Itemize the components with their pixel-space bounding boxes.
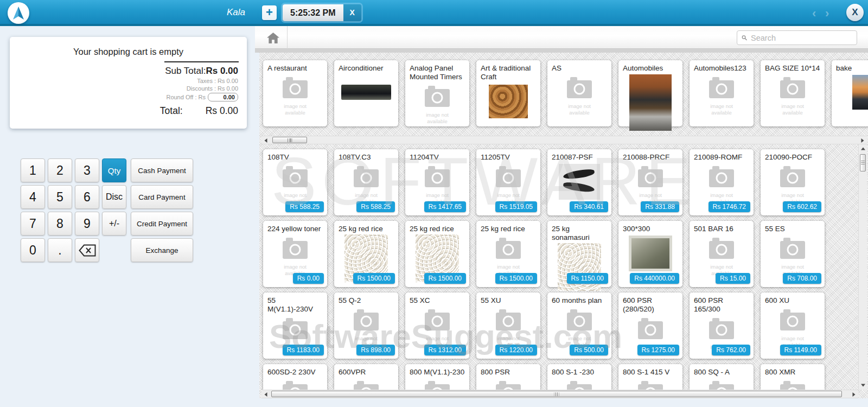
tile-name: Automobiles — [618, 60, 682, 73]
product-card[interactable]: 60 months plan image notavailable Rs 500… — [547, 292, 611, 359]
tile-body: image notavailable — [334, 305, 398, 348]
product-card[interactable]: 55 M(V1.1)-230V image notavailable Rs 11… — [263, 292, 327, 359]
key-1[interactable]: 1 — [21, 158, 45, 182]
category-card[interactable]: Art & traditional Craft — [476, 60, 540, 126]
tile-name: 25 kg sonamasuri — [547, 221, 611, 242]
category-card[interactable]: AS image notavailable — [547, 60, 611, 126]
tile-photo — [852, 75, 868, 110]
qty-button[interactable]: Qty — [102, 158, 126, 182]
key-3[interactable]: 3 — [75, 158, 99, 182]
home-button[interactable] — [259, 26, 288, 49]
product-card[interactable]: 55 XU image notavailable Rs 1220.00 — [476, 292, 540, 359]
arrow-logo-icon — [12, 6, 25, 21]
image-not-available-placeholder: image notavailable — [425, 384, 450, 390]
product-card[interactable]: 55 XC image notavailable Rs 1312.00 — [405, 292, 469, 359]
new-tab-button[interactable]: + — [262, 5, 277, 20]
window-close-button[interactable]: X — [846, 4, 864, 21]
product-scroll-thumb[interactable] — [271, 391, 842, 397]
product-card[interactable]: 11205TV image notavailable Rs 1519.05 — [476, 149, 540, 215]
camera-icon — [496, 313, 521, 330]
product-card[interactable]: 600 PSR (280/520) image notavailable Rs … — [618, 292, 682, 359]
nav-forward-icon[interactable]: › — [825, 7, 829, 21]
category-card[interactable]: Airconditioner — [334, 60, 398, 126]
toolbar-shadow-strip — [255, 49, 868, 53]
product-card[interactable]: 600 PSR 165/300 image notavailable Rs 76… — [690, 292, 754, 359]
category-card[interactable]: bake — [832, 60, 868, 126]
product-card[interactable]: 210088-PRCF image notavailable Rs 331.88 — [618, 149, 682, 215]
category-scroll-left-button[interactable] — [261, 136, 270, 145]
product-card[interactable]: 11204TV image notavailable Rs 1417.65 — [405, 149, 469, 215]
exchange-button[interactable]: Exchange — [131, 238, 193, 262]
category-card[interactable]: A restaurant image notavailable — [263, 60, 327, 126]
product-card[interactable]: 55 Q-2 image notavailable Rs 898.00 — [334, 292, 398, 359]
product-card[interactable]: 300*300 Rs 440000.00 — [618, 221, 682, 287]
vertical-scroll-thumb[interactable] — [860, 154, 866, 171]
key-0[interactable]: 0 — [21, 238, 45, 262]
key-dot[interactable]: . — [48, 238, 72, 262]
product-card[interactable]: 210089-ROMF image notavailable Rs 1746.7… — [690, 149, 754, 215]
roundoff-input[interactable] — [208, 93, 238, 101]
scroll-up-button[interactable] — [859, 144, 867, 153]
image-not-available-placeholder: image notavailable — [283, 169, 308, 205]
price-badge: Rs 1312.00 — [424, 345, 466, 355]
cash-payment-button[interactable]: Cash Payment — [131, 158, 193, 182]
product-card[interactable]: 600 XU image notavailable Rs 1149.00 — [761, 292, 825, 359]
image-not-available-placeholder: image notavailable — [780, 313, 805, 348]
product-card[interactable]: 108TV image notavailable Rs 588.25 — [263, 149, 327, 215]
camera-icon — [283, 80, 308, 98]
image-not-available-placeholder: image notavailable — [354, 169, 379, 205]
key-5[interactable]: 5 — [48, 185, 72, 209]
product-card[interactable]: 25 kg sonamasuri Rs 1150.00 — [547, 221, 611, 287]
product-card[interactable]: 800 S-1 -230 image notavailable — [547, 364, 611, 390]
nav-back-icon[interactable]: ‹ — [812, 7, 816, 21]
category-scroll-right-button[interactable] — [858, 136, 867, 145]
product-card[interactable]: 25 kg red rice Rs 1500.00 — [334, 221, 398, 287]
product-card[interactable]: 108TV.C3 image notavailable Rs 588.25 — [334, 149, 398, 215]
tab-close-button[interactable]: X — [343, 4, 361, 21]
product-vertical-scrollbar[interactable] — [858, 144, 867, 390]
camera-icon — [780, 169, 805, 187]
key-8[interactable]: 8 — [48, 212, 72, 236]
time-tab[interactable]: 5:25:32 PM X — [283, 4, 361, 21]
disc-button[interactable]: Disc — [102, 185, 126, 209]
product-card[interactable]: 800 SQ - A image notavailable — [690, 364, 754, 390]
product-card[interactable]: 800 XMR image notavailable — [761, 364, 825, 390]
product-card[interactable]: 210090-POCF image notavailable Rs 602.62 — [761, 149, 825, 215]
product-card[interactable]: 800 M(V1.1)-230 image notavailable — [405, 364, 469, 390]
key-7[interactable]: 7 — [21, 212, 45, 236]
product-card[interactable]: 600SD-2 230V image notavailable — [263, 364, 327, 390]
product-scroll-left-button[interactable] — [261, 390, 270, 399]
category-card[interactable]: Analog Panel Mounted Timers image notava… — [405, 60, 469, 126]
card-payment-button[interactable]: Card Payment — [131, 185, 193, 209]
product-card[interactable]: 55 ES image notavailable Rs 708.00 — [761, 221, 825, 287]
tile-name: Automobiles123 — [690, 60, 754, 73]
key-9[interactable]: 9 — [75, 212, 99, 236]
product-card[interactable]: 210087-PSF Rs 340.61 — [547, 149, 611, 215]
category-card[interactable]: Automobiles123 image notavailable — [690, 60, 754, 126]
product-card[interactable]: 25 kg red rice Rs 1500.00 — [405, 221, 469, 287]
product-card[interactable]: 800 S-1 415 V image notavailable — [618, 364, 682, 390]
category-card[interactable]: BAG SIZE 10*14 image notavailable — [761, 60, 825, 126]
key-4[interactable]: 4 — [21, 185, 45, 209]
product-horizontal-scrollbar[interactable] — [261, 390, 858, 398]
search-input[interactable] — [751, 34, 852, 42]
plus-minus-button[interactable]: +/- — [102, 212, 126, 236]
product-card[interactable]: 224 yellow toner image notavailable Rs 0… — [263, 221, 327, 287]
product-card[interactable]: 600VPR image notavailable — [334, 364, 398, 390]
credit-payment-button[interactable]: Credit Payment — [131, 212, 193, 236]
category-scroll-thumb[interactable] — [272, 137, 307, 143]
category-scrollbar[interactable] — [261, 136, 867, 144]
product-card[interactable]: 800 PSR image notavailable — [476, 364, 540, 390]
product-scroll-right-button[interactable] — [850, 390, 858, 399]
category-card[interactable]: Automobiles — [618, 60, 682, 126]
product-card[interactable]: 25 kg red rice image notavailable Rs 150… — [476, 221, 540, 287]
tile-photo — [341, 85, 391, 100]
key-2[interactable]: 2 — [48, 158, 72, 182]
camera-icon — [283, 321, 308, 339]
keypad-spacer — [102, 238, 126, 262]
scroll-down-button[interactable] — [859, 381, 867, 390]
tile-body: image notavailable — [263, 73, 327, 116]
key-6[interactable]: 6 — [75, 185, 99, 209]
key-backspace[interactable] — [75, 238, 99, 262]
product-card[interactable]: 501 BAR 16 image notavailable Rs 15.00 — [690, 221, 754, 287]
